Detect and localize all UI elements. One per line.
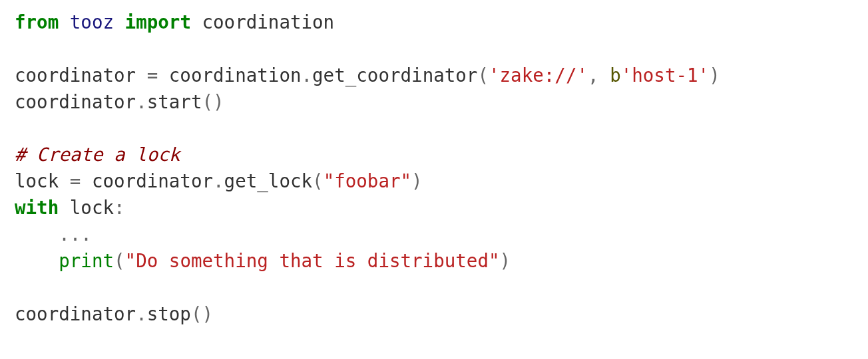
code-line: coordinator = coordination.get_coordinat… bbox=[15, 64, 720, 86]
identifier: lock bbox=[70, 197, 114, 218]
identifier: coordination bbox=[169, 64, 302, 86]
function-name: get_coordinator bbox=[312, 64, 477, 86]
colon: : bbox=[114, 197, 125, 218]
builtin-print: print bbox=[59, 250, 114, 271]
paren: ( bbox=[114, 250, 125, 271]
code-line: from tooz import coordination bbox=[15, 11, 334, 33]
paren: ( bbox=[202, 91, 213, 112]
identifier: coordinator bbox=[15, 64, 136, 86]
paren: ( bbox=[191, 303, 202, 324]
function-name: start bbox=[147, 91, 202, 112]
string-literal: 'zake://' bbox=[489, 64, 588, 86]
function-name: get_lock bbox=[224, 170, 312, 191]
paren: ) bbox=[213, 91, 224, 112]
keyword-with: with bbox=[15, 197, 59, 218]
code-line: coordinator.stop() bbox=[15, 303, 213, 324]
paren: ) bbox=[500, 250, 511, 271]
operator: . bbox=[136, 91, 147, 112]
paren: ( bbox=[312, 170, 324, 191]
code-line: # Create a lock bbox=[15, 144, 180, 165]
module-name: tooz bbox=[70, 11, 114, 33]
identifier: coordinator bbox=[92, 170, 213, 191]
code-line: with lock: bbox=[15, 197, 125, 218]
string-prefix: b bbox=[610, 64, 621, 86]
paren: ) bbox=[411, 170, 423, 191]
function-name: stop bbox=[147, 303, 191, 324]
identifier: lock bbox=[15, 170, 59, 191]
keyword-from: from bbox=[15, 11, 59, 33]
comment: # Create a lock bbox=[15, 144, 180, 165]
string-literal: "foobar" bbox=[324, 170, 411, 191]
paren: ) bbox=[709, 64, 720, 86]
string-literal: "Do something that is distributed" bbox=[125, 250, 500, 271]
operator: . bbox=[302, 64, 313, 86]
code-line: print("Do something that is distributed"… bbox=[15, 250, 511, 271]
code-block: from tooz import coordination coordinato… bbox=[0, 0, 868, 337]
ellipsis: ... bbox=[59, 223, 92, 245]
keyword-import: import bbox=[125, 11, 191, 33]
paren: ( bbox=[477, 64, 489, 86]
operator: . bbox=[136, 303, 147, 324]
operator: = bbox=[70, 170, 81, 191]
identifier: coordinator bbox=[15, 303, 136, 324]
operator: . bbox=[213, 170, 224, 191]
operator: = bbox=[147, 64, 158, 86]
paren: ) bbox=[202, 303, 213, 324]
string-literal: 'host-1' bbox=[621, 64, 709, 86]
identifier: coordinator bbox=[15, 91, 136, 112]
code-line: coordinator.start() bbox=[15, 91, 224, 112]
import-name: coordination bbox=[202, 11, 335, 33]
code-line: ... bbox=[15, 223, 92, 245]
comma: , bbox=[588, 64, 599, 86]
code-line: lock = coordinator.get_lock("foobar") bbox=[15, 170, 423, 191]
